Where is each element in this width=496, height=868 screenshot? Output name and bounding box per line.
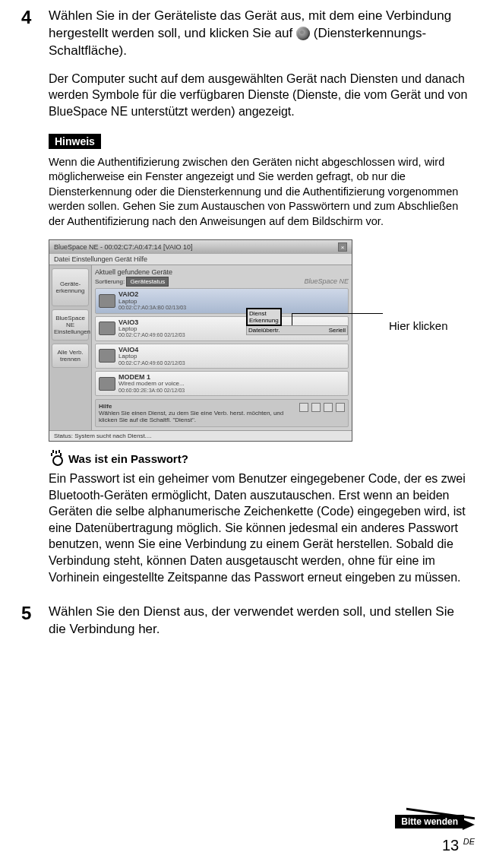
callout-line: [292, 313, 383, 314]
app-window: BlueSpace NE - 00:02:C7:A0:47:14 [VAIO 1…: [49, 239, 352, 442]
device-name: VAIO4: [118, 347, 345, 353]
window-content: Geräte- erkennung BlueSpace NE Einstellu…: [49, 265, 352, 430]
main-panel: Aktuell gefundene Geräte Sortierung: Ger…: [92, 265, 352, 430]
help-icons: [299, 403, 345, 423]
sort-row: Sortierung: Gerätestatus BlueSpace NE: [95, 277, 349, 285]
page-lang-suffix: DE: [463, 837, 475, 846]
tip-header: Was ist ein Passwort?: [49, 451, 475, 466]
menu-bar[interactable]: Datei Einstellungen Gerät Hilfe: [49, 254, 352, 265]
device-row-vaio4[interactable]: VAIO4 Laptop 00:02:C7:A0:49:60 02/12/03: [95, 344, 349, 369]
service-icon[interactable]: [299, 403, 308, 412]
callout-label: Hier klicken: [389, 319, 448, 332]
laptop-icon: [99, 294, 115, 308]
window-titlebar: BlueSpace NE - 00:02:C7:A0:47:14 [VAIO 1…: [49, 240, 352, 254]
sidebar-device-detect[interactable]: Geräte- erkennung: [52, 268, 89, 306]
help-panel: Hilfe Wählen Sie einen Dienst, zu dem Si…: [95, 399, 349, 427]
device-type: Laptop: [118, 353, 345, 360]
help-title: Hilfe: [99, 403, 295, 410]
close-icon[interactable]: ×: [338, 242, 347, 252]
window-title: BlueSpace NE - 00:02:C7:A0:47:14 [VAIO 1…: [54, 243, 192, 251]
step-body: Wählen Sie in der Geräteliste das Gerät …: [49, 8, 475, 120]
hinweis-text: Wenn die Authentifizierung zwischen den …: [49, 155, 475, 230]
brand-logo: BlueSpace NE: [304, 277, 349, 285]
service-detect-icon: [296, 27, 310, 40]
file-transfer-button[interactable]: Dateiübertr.: [248, 327, 280, 334]
device-name: VAIO2: [118, 291, 345, 298]
sort-select[interactable]: Gerätestatus: [126, 277, 169, 287]
sidebar: Geräte- erkennung BlueSpace NE Einstellu…: [49, 265, 92, 430]
turn-page-badge: Bitte wenden: [395, 814, 475, 828]
turn-page-label: Bitte wenden: [395, 815, 464, 828]
found-devices-label: Aktuell gefundene Geräte: [95, 268, 349, 276]
device-row-modem1[interactable]: MODEM 1 Wired modem or voice... 00:60:00…: [95, 371, 349, 396]
step-number: 5: [21, 603, 38, 638]
page-number: 13 DE: [442, 837, 475, 854]
step-heading: Wählen Sie den Dienst aus, der verwendet…: [49, 603, 475, 638]
device-mac: 00:02:C7:A0:49:60 02/12/03: [118, 360, 345, 366]
modem-icon: [99, 377, 115, 391]
step-4: 4 Wählen Sie in der Geräteliste das Gerä…: [21, 8, 475, 120]
lightbulb-icon: [49, 451, 64, 466]
page-num-value: 13: [442, 837, 459, 854]
help-text: Wählen Sie einen Dienst, zu dem Sie eine…: [99, 410, 295, 423]
service-icon[interactable]: [336, 403, 345, 412]
service-row: Dateiübertr. Seriell: [246, 325, 348, 335]
arrow-icon: [463, 819, 475, 830]
device-mac: 00:60:00:2E:3A:60 02/12/03: [118, 388, 345, 393]
hinweis-block: Hinweis Wenn die Authentifizierung zwisc…: [49, 134, 475, 230]
device-type: Laptop: [118, 299, 345, 305]
step-heading: Wählen Sie in der Geräteliste das Gerät …: [49, 8, 475, 60]
service-icon[interactable]: [311, 403, 321, 412]
laptop-icon: [99, 349, 115, 363]
serial-button[interactable]: Seriell: [329, 327, 346, 334]
service-icon[interactable]: [324, 403, 333, 412]
service-detect-button[interactable]: Dienst Erkennung: [246, 308, 282, 326]
step-5: 5 Wählen Sie den Dienst aus, der verwend…: [21, 603, 475, 638]
sidebar-settings[interactable]: BlueSpace NE Einstellungen: [52, 309, 89, 341]
service-buttons-panel: Dienst Erkennung Dateiübertr. Seriell: [246, 308, 348, 335]
step-body: Wählen Sie den Dienst aus, der verwendet…: [49, 603, 475, 638]
step-description: Der Computer sucht auf dem ausgewählten …: [49, 71, 475, 120]
device-type: Wired modem or voice...: [118, 381, 345, 387]
step-number: 4: [21, 8, 38, 120]
sort-label: Sortierung:: [95, 278, 125, 285]
status-bar: Status: System sucht nach Dienst....: [49, 430, 352, 441]
tip-body: Ein Passwort ist ein geheimer vom Benutz…: [49, 470, 475, 585]
screenshot-wrapper: BlueSpace NE - 00:02:C7:A0:47:14 [VAIO 1…: [49, 239, 475, 442]
hinweis-tag: Hinweis: [49, 134, 101, 149]
tip-title: Was ist ein Passwort?: [68, 452, 188, 465]
laptop-icon: [99, 322, 115, 335]
sidebar-disconnect-all[interactable]: Alle Verb. trennen: [52, 344, 89, 368]
